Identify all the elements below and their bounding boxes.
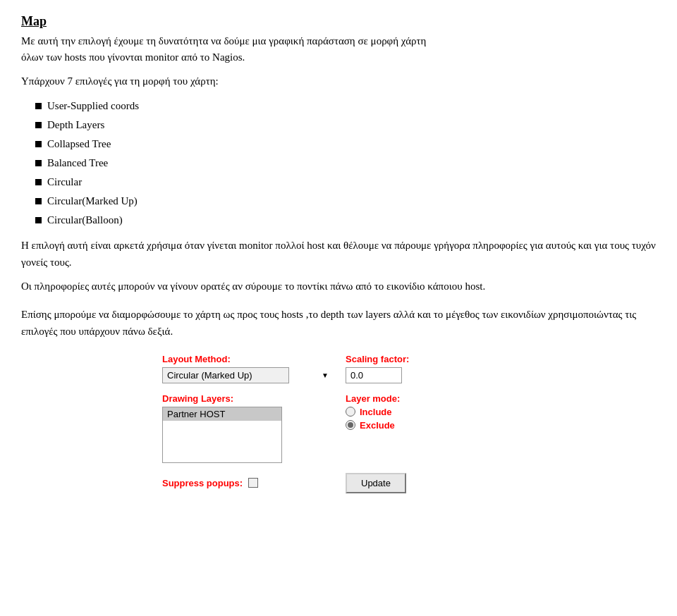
include-label: Include bbox=[360, 407, 392, 417]
suppress-popups-label: Suppress popups: bbox=[162, 478, 243, 488]
description-paragraph: Η επιλογή αυτή είναι αρκετά χρήσιμα όταν… bbox=[21, 237, 656, 271]
bullet-icon bbox=[35, 179, 42, 185]
suppress-popups-checkbox[interactable] bbox=[248, 478, 258, 488]
list-item-label: Depth Layers bbox=[47, 116, 104, 135]
bullet-icon bbox=[35, 217, 42, 223]
include-radio-circle[interactable] bbox=[346, 407, 355, 417]
exclude-radio-circle[interactable] bbox=[346, 420, 355, 430]
bullet-icon bbox=[35, 160, 42, 166]
include-radio-label[interactable]: Include bbox=[346, 407, 515, 417]
drawing-layers-group: Drawing Layers: Partner HOST bbox=[162, 393, 331, 463]
list-item-label: Circular(Marked Up) bbox=[47, 192, 138, 211]
suppress-popups-group: Suppress popups: bbox=[162, 473, 331, 493]
bottom-note: Επίσης μπορούμε να διαμορφώσουμε το χάρτ… bbox=[21, 306, 656, 340]
page-title: Map bbox=[21, 14, 656, 29]
listbox-item[interactable]: Partner HOST bbox=[163, 407, 281, 421]
exclude-radio-label[interactable]: Exclude bbox=[346, 420, 515, 431]
bullet-icon bbox=[35, 141, 42, 147]
list-item-label: Collapsed Tree bbox=[47, 135, 111, 154]
dropdown-arrow-icon: ▼ bbox=[322, 371, 329, 379]
tooltip-note: Οι πληροφορίες αυτές μπορούν να γίνουν ο… bbox=[21, 278, 656, 295]
scaling-factor-label: Scaling factor: bbox=[346, 354, 515, 364]
bullet-icon bbox=[35, 198, 42, 204]
drawing-layers-label: Drawing Layers: bbox=[162, 393, 331, 404]
list-item-label: Circular bbox=[47, 173, 82, 192]
intro-paragraph: Με αυτή την επιλογή έχουμε τη δυνατότητα… bbox=[21, 33, 656, 65]
update-button[interactable]: Update bbox=[346, 473, 406, 493]
options-intro: Υπάρχουν 7 επιλογές για τη μορφή του χάρ… bbox=[21, 73, 656, 90]
ui-panel: Layout Method: Circular (Marked Up) Circ… bbox=[162, 354, 515, 493]
list-item: Circular(Marked Up) bbox=[35, 192, 656, 211]
options-list: User-Supplied coords Depth Layers Collap… bbox=[35, 97, 656, 230]
layout-select-wrapper[interactable]: Circular (Marked Up) Circular Balanced T… bbox=[162, 367, 331, 383]
layer-mode-group: Layer mode: Include Exclude bbox=[346, 393, 515, 463]
layer-mode-label: Layer mode: bbox=[346, 393, 515, 404]
bullet-icon bbox=[35, 103, 42, 109]
list-item-label: Circular(Balloon) bbox=[47, 211, 123, 230]
layout-method-label: Layout Method: bbox=[162, 354, 331, 364]
layout-select[interactable]: Circular (Marked Up) Circular Balanced T… bbox=[162, 367, 289, 383]
list-item: User-Supplied coords bbox=[35, 97, 656, 116]
list-item: Depth Layers bbox=[35, 116, 656, 135]
intro-line1: Με αυτή την επιλογή έχουμε τη δυνατότητα… bbox=[21, 35, 426, 47]
drawing-layers-listbox[interactable]: Partner HOST bbox=[162, 407, 282, 463]
radio-group: Include Exclude bbox=[346, 407, 515, 431]
list-item: Circular bbox=[35, 173, 656, 192]
scaling-factor-input[interactable] bbox=[346, 367, 402, 383]
list-item: Circular(Balloon) bbox=[35, 211, 656, 230]
scaling-factor-group: Scaling factor: bbox=[346, 354, 515, 383]
update-button-container: Update bbox=[346, 473, 406, 493]
list-item-label: Balanced Tree bbox=[47, 154, 108, 173]
layout-method-group: Layout Method: Circular (Marked Up) Circ… bbox=[162, 354, 331, 383]
bullet-icon bbox=[35, 122, 42, 128]
intro-line2: όλων των hosts που γίνονται monitor από … bbox=[21, 51, 245, 63]
list-item: Collapsed Tree bbox=[35, 135, 656, 154]
exclude-label: Exclude bbox=[360, 420, 395, 431]
list-item-label: User-Supplied coords bbox=[47, 97, 139, 116]
list-item: Balanced Tree bbox=[35, 154, 656, 173]
